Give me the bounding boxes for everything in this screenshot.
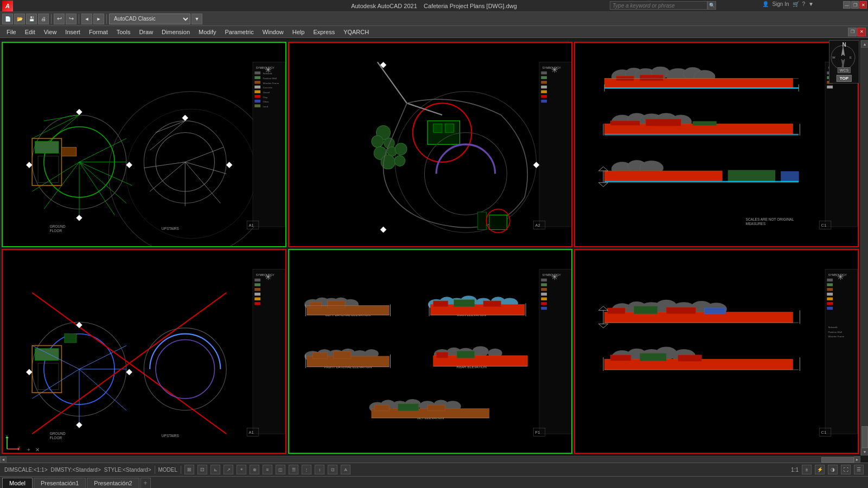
menu-edit[interactable]: Edit bbox=[21, 28, 40, 36]
svg-rect-223 bbox=[333, 351, 351, 358]
menu-restore-inner[interactable]: ❐ bbox=[848, 28, 857, 36]
vscroll-track bbox=[861, 48, 868, 426]
sel-cycling-btn[interactable]: ☰ bbox=[289, 465, 298, 474]
close-btn[interactable]: ✕ bbox=[859, 1, 867, 9]
hscroll-track bbox=[7, 457, 821, 463]
menu-window[interactable]: Window bbox=[258, 28, 288, 36]
toolbar-quickaccess: 📄 📂 💾 🖨 ↩ ↪ ◄ ► AutoCAD Classic ▼ bbox=[0, 12, 868, 26]
3dosnap-btn[interactable]: ⋮ bbox=[302, 465, 311, 474]
title-search-input[interactable] bbox=[610, 1, 707, 10]
lineweight-btn[interactable]: ≡ bbox=[263, 465, 272, 474]
minimize-btn[interactable]: — bbox=[843, 1, 851, 9]
dyn-input-btn[interactable]: ↕ bbox=[315, 465, 324, 474]
fullscreen-btn[interactable]: ⛶ bbox=[841, 465, 851, 474]
ortho-btn[interactable]: ⊾ bbox=[210, 465, 220, 474]
customize-status-btn[interactable]: ☰ bbox=[854, 465, 864, 474]
svg-rect-171 bbox=[65, 333, 76, 342]
otrack-btn[interactable]: ⊕ bbox=[250, 465, 259, 474]
svg-rect-83 bbox=[541, 72, 547, 74]
drawings-grid: SYMBOLOGY Sidewalk Partition Wall Wooden… bbox=[0, 40, 860, 455]
svg-text:FLOOR: FLOOR bbox=[50, 229, 62, 233]
info-icon[interactable]: ? bbox=[802, 1, 806, 7]
menu-draw[interactable]: Draw bbox=[135, 28, 157, 36]
vscroll-down-btn[interactable]: ▼ bbox=[861, 448, 868, 455]
print-btn[interactable]: 🖨 bbox=[38, 14, 49, 24]
hscroll-left-btn[interactable]: ◄ bbox=[0, 457, 7, 463]
viewport-a2[interactable]: SYMBOLOGY A2 ✳ bbox=[288, 42, 573, 247]
menu-insert[interactable]: Insert bbox=[61, 28, 85, 36]
menu-express[interactable]: Express bbox=[309, 28, 339, 36]
menu-close-inner[interactable]: ✕ bbox=[857, 28, 866, 36]
isolate-btn[interactable]: ◑ bbox=[828, 465, 838, 474]
menu-view[interactable]: View bbox=[40, 28, 61, 36]
tab-presentacion2[interactable]: Presentación2 bbox=[87, 478, 139, 488]
title-bar: A Autodesk AutoCAD 2021 Cafeteria Projec… bbox=[0, 0, 868, 12]
menu-tools[interactable]: Tools bbox=[112, 28, 135, 36]
svg-rect-208 bbox=[433, 300, 448, 306]
menu-file[interactable]: File bbox=[2, 28, 21, 36]
tab-presentacion1[interactable]: Presentación1 bbox=[34, 478, 86, 488]
transparency-btn[interactable]: ◫ bbox=[276, 465, 285, 474]
workspace-dropdown[interactable]: AutoCAD Classic bbox=[109, 14, 190, 24]
svg-rect-299 bbox=[827, 306, 833, 309]
qs-prop-btn[interactable]: ⊡ bbox=[328, 465, 337, 474]
viewport-a1-bottom[interactable]: SYMBOLOGY GROUND FLOOR UPSTAIRS A1 ✳ bbox=[2, 249, 286, 454]
viewport-c1[interactable]: SET CUT COURT B-B bbox=[574, 42, 859, 247]
svg-rect-209 bbox=[454, 299, 474, 306]
svg-text:C1: C1 bbox=[821, 223, 827, 228]
redo-btn[interactable]: ↪ bbox=[66, 14, 76, 24]
status-dimscale: DIMSCALE:<1:1> bbox=[4, 467, 47, 473]
svg-rect-296 bbox=[827, 292, 833, 295]
save-file-btn[interactable]: 💾 bbox=[26, 14, 37, 24]
vertical-scrollbar[interactable]: ▲ ▼ bbox=[860, 40, 868, 455]
menu-help[interactable]: Help bbox=[288, 28, 309, 36]
svg-text:Land: Land bbox=[263, 105, 268, 108]
menu-modify[interactable]: Modify bbox=[194, 28, 220, 36]
back-btn[interactable]: ◄ bbox=[81, 14, 92, 24]
hardware-accel-btn[interactable]: ⚡ bbox=[815, 465, 825, 474]
svg-marker-169 bbox=[26, 369, 32, 375]
svg-rect-24 bbox=[61, 147, 76, 156]
viewport-a1[interactable]: SYMBOLOGY Sidewalk Partition Wall Wooden… bbox=[2, 42, 286, 247]
signin-label[interactable]: Sign In bbox=[772, 1, 789, 7]
menu-format[interactable]: Format bbox=[85, 28, 112, 36]
vscroll-thumb[interactable] bbox=[861, 426, 868, 448]
menu-dimension[interactable]: Dimension bbox=[157, 28, 194, 36]
grid-btn[interactable]: ⊞ bbox=[184, 465, 194, 474]
undo-btn[interactable]: ↩ bbox=[54, 14, 65, 24]
annotation-btn[interactable]: A bbox=[341, 465, 350, 474]
svg-text:W: W bbox=[832, 56, 835, 59]
add-tab-btn[interactable]: + bbox=[141, 478, 151, 488]
osnap-btn[interactable]: ⌖ bbox=[237, 465, 246, 474]
top-label-btn[interactable]: TOP bbox=[837, 75, 852, 82]
forward-btn[interactable]: ► bbox=[93, 14, 104, 24]
snap-btn[interactable]: ⊡ bbox=[197, 465, 207, 474]
menu-parametric[interactable]: Parametric bbox=[220, 28, 258, 36]
svg-rect-178 bbox=[254, 297, 260, 300]
search-icon-btn[interactable]: 🔍 bbox=[707, 1, 716, 10]
vscroll-up-btn[interactable]: ▲ bbox=[861, 40, 868, 48]
svg-line-11 bbox=[44, 115, 79, 121]
new-file-btn[interactable]: 📄 bbox=[2, 14, 13, 24]
settings-icon[interactable]: ▼ bbox=[808, 1, 814, 7]
status-sep2 bbox=[181, 466, 181, 474]
svg-marker-40 bbox=[226, 162, 232, 168]
svg-text:X: X bbox=[18, 446, 21, 449]
open-file-btn[interactable]: 📂 bbox=[14, 14, 25, 24]
zoom-scale-btn[interactable]: ± bbox=[802, 465, 812, 474]
tab-model[interactable]: Model bbox=[2, 478, 33, 488]
restore-btn[interactable]: ❐ bbox=[851, 1, 859, 9]
wcs-label-btn[interactable]: WCS bbox=[838, 67, 851, 73]
viewport-c1-bottom[interactable]: SYMBOLOGY Sidewalk Partition Wall Wooden… bbox=[574, 249, 859, 454]
status-model[interactable]: MODEL bbox=[158, 467, 178, 473]
hscroll-right-btn[interactable]: ► bbox=[854, 457, 860, 463]
menu-yqarch[interactable]: YQARCH bbox=[339, 28, 373, 36]
horizontal-scrollbar[interactable]: ◄ ► bbox=[0, 456, 860, 463]
hscroll-thumb[interactable] bbox=[821, 457, 854, 463]
cart-icon[interactable]: 🛒 bbox=[793, 1, 799, 7]
svg-rect-47 bbox=[254, 81, 260, 84]
viewport-f1[interactable]: LEFT LATERAL ELEVATION MAIN ELEVATION bbox=[288, 249, 573, 454]
workspace-settings-btn[interactable]: ▼ bbox=[192, 14, 202, 24]
autocad-logo: A bbox=[2, 1, 13, 11]
polar-btn[interactable]: ↗ bbox=[224, 465, 233, 474]
